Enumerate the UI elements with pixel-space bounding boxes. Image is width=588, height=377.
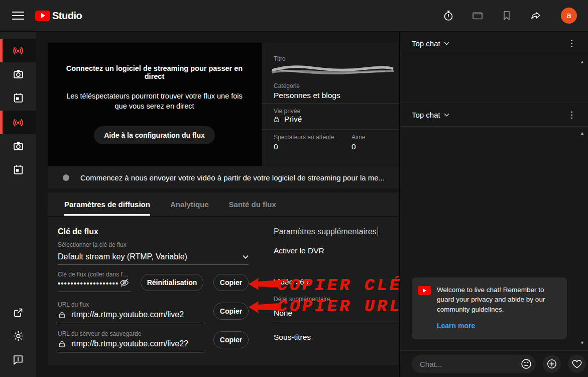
- youtube-play-icon: [418, 286, 431, 295]
- copy-stream-key-button[interactable]: Copier: [213, 274, 249, 291]
- sidebar-item-stream-2[interactable]: [0, 111, 36, 134]
- text-cursor: [378, 227, 379, 236]
- chat-messages-area-2: ▲ ▼ Welcome to live chat! Remember to gu…: [400, 127, 588, 350]
- chat-menu-icon[interactable]: ⋮: [564, 38, 579, 49]
- youtube-play-icon: [35, 11, 50, 21]
- copy-backup-url-button[interactable]: Copier: [213, 331, 249, 348]
- category-label: Catégorie: [274, 82, 300, 89]
- annotation-copy-url: COPIER URL: [277, 298, 402, 316]
- stream-timer-icon[interactable]: [442, 10, 454, 22]
- backup-url-value: rtmp://b.rtmp.youtube.com/live2?: [71, 339, 188, 348]
- menu-icon[interactable]: [12, 10, 24, 22]
- live-stream-icon: [12, 44, 25, 57]
- share-icon[interactable]: [530, 10, 542, 22]
- status-message: Commencez à nous envoyer votre vidéo à p…: [80, 173, 385, 182]
- backup-url-label: URL du serveur de sauvegarde: [58, 330, 141, 337]
- lock-icon: [58, 340, 66, 348]
- connect-subtitle: Les téléspectateurs pourront trouver vot…: [62, 91, 248, 111]
- sidebar-item-webcam-1[interactable]: [0, 62, 36, 86]
- copy-stream-url-button[interactable]: Copier: [213, 303, 249, 320]
- category-value: Personnes et blogs: [274, 91, 340, 100]
- chat-input-row: [400, 350, 588, 377]
- connect-title: Connectez un logiciel de streaming pour …: [64, 64, 245, 80]
- calendar-icon: [12, 91, 25, 104]
- annotation-arrow-copy-key: [248, 276, 280, 292]
- eye-off-icon[interactable]: [119, 277, 130, 288]
- scroll-up-icon[interactable]: ▲: [580, 59, 584, 64]
- external-link-icon: [12, 307, 24, 319]
- stream-url-value: rtmp://a.rtmp.youtube.com/live2: [71, 310, 184, 319]
- sidebar-item-manage-2[interactable]: [0, 158, 36, 181]
- plus-circle-icon: [546, 358, 558, 370]
- chat-welcome-message: Welcome to live chat! Remember to guard …: [437, 286, 545, 313]
- sidebar-item-webcam-2[interactable]: [0, 134, 36, 158]
- chat-menu-icon[interactable]: ⋮: [564, 110, 579, 120]
- video-editor-icon[interactable]: [472, 10, 484, 22]
- camera-icon: [12, 68, 25, 80]
- chat-mode-label: Top chat: [412, 111, 440, 119]
- chat-header-2: Top chat ⋮: [400, 103, 588, 127]
- app-title: Studio: [52, 10, 82, 22]
- chat-mode-selector[interactable]: Top chat: [412, 111, 449, 119]
- main-content: Connectez un logiciel de streaming pour …: [36, 32, 399, 377]
- sidebar-item-stream-1[interactable]: [0, 39, 36, 62]
- emoji-icon[interactable]: [520, 357, 533, 370]
- chat-input[interactable]: [420, 360, 520, 368]
- stream-preview-panel: Connectez un logiciel de streaming pour …: [48, 43, 261, 166]
- avatar[interactable]: a: [561, 8, 577, 24]
- chevron-down-icon: [444, 113, 449, 117]
- sidebar-item-feedback[interactable]: [0, 348, 36, 371]
- reset-stream-key-button[interactable]: Réinitialisation: [141, 274, 203, 291]
- chat-messages-area-1: ▲: [400, 55, 588, 103]
- left-sidebar: [0, 32, 36, 377]
- redacted-title-scribble: [270, 63, 395, 76]
- youtube-studio-logo[interactable]: Studio: [35, 10, 82, 22]
- chat-add-button[interactable]: [543, 355, 561, 373]
- scroll-down-icon[interactable]: ▼: [580, 340, 584, 345]
- tab-stream-settings[interactable]: Paramètres de diffusion: [64, 193, 150, 216]
- additional-settings-title: Paramètres supplémentaires: [274, 227, 378, 236]
- chat-mode-selector[interactable]: Top chat: [412, 39, 449, 48]
- chat-welcome-card: Welcome to live chat! Remember to guard …: [412, 277, 567, 339]
- scroll-up-icon[interactable]: ▲: [580, 131, 584, 136]
- title-label: Titre: [274, 55, 286, 62]
- chevron-down-icon: [444, 42, 449, 45]
- enable-dvr-setting[interactable]: Activer le DVR: [274, 246, 324, 255]
- sidebar-item-manage-1[interactable]: [0, 86, 36, 110]
- likes-label: Aime: [351, 134, 365, 141]
- additional-settings-title-text: Paramètres supplémentaires: [274, 227, 377, 236]
- feedback-icon: [12, 354, 24, 366]
- top-bar: Studio a: [0, 0, 588, 32]
- privacy-value: Privé: [284, 115, 302, 124]
- chat-heart-button[interactable]: [568, 355, 586, 373]
- calendar-icon: [12, 163, 25, 176]
- heart-icon: [571, 358, 583, 370]
- caret-down-icon: [243, 255, 249, 259]
- lock-icon: [58, 311, 66, 319]
- stream-url-label: URL du flux: [58, 301, 89, 308]
- gear-icon: [12, 330, 25, 342]
- stream-key-select[interactable]: Default stream key (RTMP, Variable): [58, 252, 249, 261]
- stream-key-masked-value: •••••••••••••••••••: [58, 279, 119, 288]
- stream-metadata-panel: Titre Catégorie Personnes et blogs Vie p…: [261, 43, 399, 166]
- live-stream-icon: [12, 116, 25, 129]
- stream-status-bar: Commencez à nous envoyer votre vidéo à p…: [48, 166, 399, 189]
- sidebar-item-open-external[interactable]: [0, 301, 36, 324]
- live-chat-panel: Top chat ⋮ ▲ Top chat ⋮ ▲ ▼ Welcome to l…: [399, 32, 588, 377]
- tab-stream-health[interactable]: Santé du flux: [229, 193, 276, 216]
- stream-setup-help-button[interactable]: Aide à la configuration du flux: [94, 126, 215, 144]
- stream-key-section-title: Clé de flux: [58, 227, 98, 236]
- tab-analytics[interactable]: Analytique: [170, 193, 209, 216]
- lock-icon: [273, 116, 280, 123]
- likes-value: 0: [351, 142, 356, 151]
- chat-mode-label: Top chat: [412, 39, 440, 48]
- learn-more-link[interactable]: Learn more: [437, 321, 475, 331]
- status-dot-icon: [63, 174, 69, 181]
- subtitles-setting[interactable]: Sous-titres: [274, 333, 311, 342]
- settings-tab-bar: Paramètres de diffusion Analytique Santé…: [48, 193, 399, 216]
- privacy-label: Vie privée: [274, 108, 300, 115]
- bookmark-icon[interactable]: [501, 10, 513, 22]
- chat-input-pill: [412, 355, 536, 373]
- sidebar-item-settings[interactable]: [0, 324, 36, 348]
- stream-key-field-label: Clé de flux (coller dans l’...: [58, 271, 129, 278]
